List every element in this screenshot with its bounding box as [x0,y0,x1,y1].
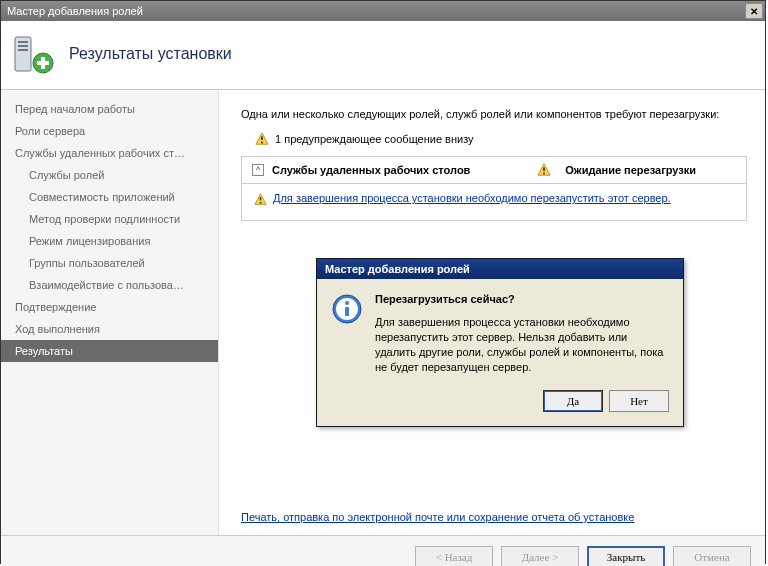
dialog-body: Перезагрузиться сейчас? Для завершения п… [317,279,683,384]
next-button: Далее > [501,546,579,566]
warning-summary: 1 предупреждающее сообщение внизу [255,132,747,146]
intro-text: Одна или несколько следующих ролей, служ… [241,108,747,120]
server-role-icon [13,33,55,75]
dialog-message: Для завершения процесса установки необхо… [375,315,669,374]
close-icon[interactable]: ✕ [745,3,763,19]
svg-rect-2 [18,45,28,47]
sidebar-item-role-services[interactable]: Службы ролей [1,164,218,186]
warning-icon [255,132,269,146]
sidebar-item-rds[interactable]: Службы удаленных рабочих ст… [1,142,218,164]
svg-rect-9 [261,142,263,144]
no-button[interactable]: Нет [609,390,669,412]
svg-rect-19 [345,307,349,316]
svg-rect-8 [261,136,263,140]
window-title: Мастер добавления ролей [7,5,745,17]
svg-rect-1 [18,41,28,43]
sidebar-item-results[interactable]: Результаты [1,340,218,362]
sidebar-item-progress[interactable]: Ход выполнения [1,318,218,340]
sidebar-item-confirmation[interactable]: Подтверждение [1,296,218,318]
sidebar-item-server-roles[interactable]: Роли сервера [1,120,218,142]
group-body: Для завершения процесса установки необхо… [242,184,746,220]
sidebar-item-user-groups[interactable]: Группы пользователей [1,252,218,274]
warning-count-text: 1 предупреждающее сообщение внизу [275,133,474,145]
svg-rect-14 [260,197,262,200]
dialog-text: Перезагрузиться сейчас? Для завершения п… [375,293,669,374]
svg-rect-11 [543,167,545,171]
wizard-footer: < Назад Далее > Закрыть Отмена [1,535,765,566]
sidebar-item-licensing[interactable]: Режим лицензирования [1,230,218,252]
sidebar: Перед началом работы Роли сервера Службы… [1,90,219,535]
warning-icon [537,163,551,177]
dialog-heading: Перезагрузиться сейчас? [375,293,669,305]
cancel-button: Отмена [673,546,751,566]
dialog-footer: Да Нет [317,384,683,426]
group-header: ^ Службы удаленных рабочих столов Ожидан… [242,156,746,184]
page-title: Результаты установки [69,45,232,63]
sidebar-item-app-compat[interactable]: Совместимость приложений [1,186,218,208]
sidebar-item-auth-method[interactable]: Метод проверки подлинности [1,208,218,230]
report-link[interactable]: Печать, отправка по электронной почте ил… [241,511,634,523]
svg-point-18 [345,301,349,305]
warning-icon [254,193,267,206]
info-icon [331,293,363,325]
group-status: Ожидание перезагрузки [565,164,696,176]
svg-rect-3 [18,49,28,51]
dialog-title: Мастер добавления ролей [317,259,683,279]
group-message-link[interactable]: Для завершения процесса установки необхо… [273,192,671,204]
back-button: < Назад [415,546,493,566]
close-button[interactable]: Закрыть [587,546,665,566]
yes-button[interactable]: Да [543,390,603,412]
results-group: ^ Службы удаленных рабочих столов Ожидан… [241,156,747,221]
restart-dialog: Мастер добавления ролей Перезагрузиться … [316,258,684,427]
sidebar-item-before-begin[interactable]: Перед началом работы [1,98,218,120]
group-title: Службы удаленных рабочих столов [272,164,470,176]
svg-rect-12 [543,173,545,175]
collapse-icon[interactable]: ^ [252,164,264,176]
svg-rect-15 [260,202,262,204]
sidebar-item-user-interaction[interactable]: Взаимодействие с пользова… [1,274,218,296]
titlebar: Мастер добавления ролей ✕ [1,1,765,21]
svg-rect-6 [37,61,49,65]
wizard-header: Результаты установки [1,21,765,90]
